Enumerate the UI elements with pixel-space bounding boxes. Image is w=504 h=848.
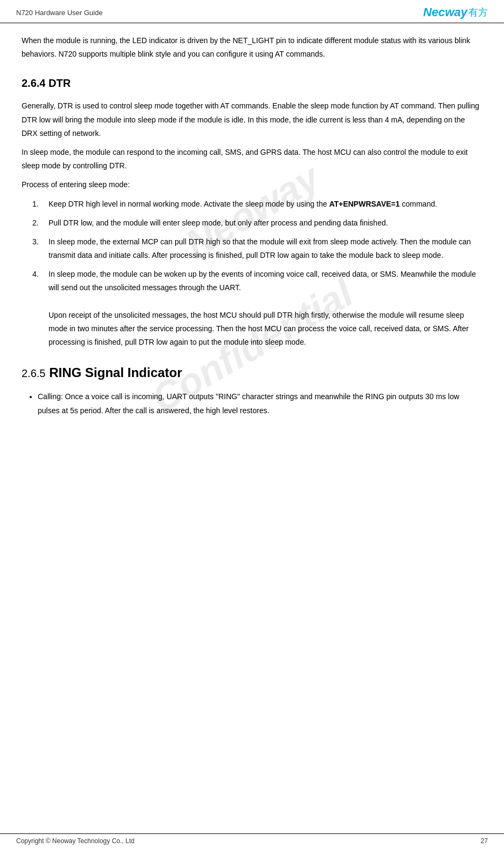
list-content-2: Pull DTR low, and the module will enter … — [49, 216, 482, 230]
list-content-4-main: In sleep mode, the module can be woken u… — [49, 270, 476, 292]
header-logo: Necway 有方 — [423, 5, 488, 19]
header-title: N720 Hardware User Guide — [16, 9, 102, 17]
section-ring: 2.6.5 RING Signal Indicator Calling: Onc… — [22, 365, 482, 417]
intro-paragraph: When the module is running, the LED indi… — [22, 34, 482, 61]
footer-copyright: Copyright © Neoway Technology Co., Ltd — [16, 837, 134, 845]
logo-neoway: Necway — [423, 5, 467, 19]
list-item: 1. Keep DTR high level in normal working… — [32, 197, 482, 211]
list-item: Calling: Once a voice call is incoming, … — [38, 390, 482, 417]
content-area: When the module is running, the LED indi… — [0, 23, 504, 434]
list-item: 3. In sleep mode, the external MCP can p… — [32, 235, 482, 262]
logo-cn: 有方 — [468, 6, 488, 19]
section-dtr-title: DTR — [49, 77, 71, 89]
section-dtr-num: 2.6.4 — [22, 77, 45, 89]
list-content-1: Keep DTR high level in normal working mo… — [49, 197, 482, 211]
list-content-4-sub: Upon receipt of the unsolicited messages… — [49, 311, 468, 346]
list-num-4: 4. — [32, 268, 43, 349]
list-content-1-after: command. — [402, 200, 437, 208]
list-item: 4. In sleep mode, the module can be woke… — [32, 268, 482, 349]
section-ring-num: 2.6.5 — [22, 367, 45, 379]
section-dtr-heading: 2.6.4 DTR — [22, 77, 482, 90]
list-num-1: 1. — [32, 197, 43, 211]
footer: Copyright © Neoway Technology Co., Ltd 2… — [0, 833, 504, 848]
footer-page-number: 27 — [481, 837, 488, 845]
dtr-para1: Generally, DTR is used to control sleep … — [22, 99, 482, 140]
section-ring-title: RING Signal Indicator — [49, 365, 182, 380]
list-num-2: 2. — [32, 216, 43, 230]
ring-bullet-list: Calling: Once a voice call is incoming, … — [32, 390, 482, 417]
section-dtr: 2.6.4 DTR Generally, DTR is used to cont… — [22, 77, 482, 349]
list-content-3: In sleep mode, the external MCP can pull… — [49, 235, 482, 262]
dtr-numbered-list: 1. Keep DTR high level in normal working… — [32, 197, 482, 350]
dtr-para3: Process of entering sleep mode: — [22, 178, 482, 192]
list-content-4: In sleep mode, the module can be woken u… — [49, 268, 482, 349]
dtr-para2: In sleep mode, the module can respond to… — [22, 146, 482, 173]
ring-bullet-1: Calling: Once a voice call is incoming, … — [38, 392, 459, 414]
list-num-3: 3. — [32, 235, 43, 262]
page-container: N720 Hardware User Guide Necway 有方 Neowa… — [0, 0, 504, 848]
header: N720 Hardware User Guide Necway 有方 — [0, 0, 504, 23]
section-ring-heading: 2.6.5 RING Signal Indicator — [22, 365, 482, 380]
at-command-1: AT+ENPWRSAVE=1 — [329, 200, 400, 208]
list-item: 2. Pull DTR low, and the module will ent… — [32, 216, 482, 230]
